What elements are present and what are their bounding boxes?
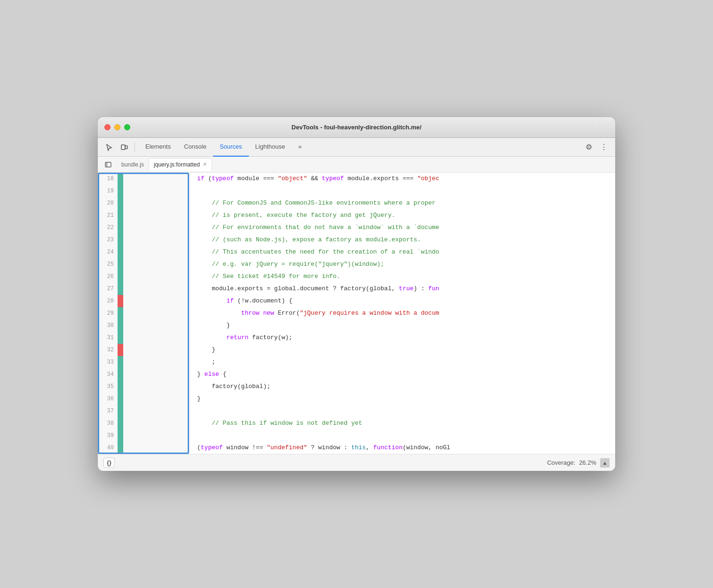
maximize-button[interactable] — [124, 124, 130, 130]
settings-icon[interactable]: ⚙ — [582, 141, 595, 154]
line-row-25: 25 — [98, 258, 189, 270]
coverage-indicator-21 — [118, 209, 123, 222]
coverage-indicator-26 — [118, 270, 123, 283]
code-line-29: throw new Error("jQuery requires a windo… — [190, 307, 615, 319]
coverage-indicator-31 — [118, 332, 123, 344]
code-content[interactable]: if (typeof module === "object" && typeof… — [190, 173, 615, 454]
code-line-21: // is present, execute the factory and g… — [190, 209, 615, 222]
tabs-nav: Elements Console Sources Lighthouse » — [139, 138, 580, 157]
code-line-20: // For CommonJS and CommonJS-like enviro… — [190, 197, 615, 209]
coverage-indicator-24 — [118, 246, 123, 258]
minimize-button[interactable] — [114, 124, 120, 130]
coverage-indicator-27 — [118, 283, 123, 295]
close-tab-icon[interactable]: ✕ — [203, 162, 207, 167]
code-line-34: } else { — [190, 368, 615, 381]
separator-1 — [135, 143, 135, 152]
line-row-20: 20 — [98, 197, 189, 209]
line-row-32: 32 — [98, 344, 189, 356]
code-line-39 — [190, 429, 615, 442]
line-row-33: 33 — [98, 356, 189, 368]
code-line-24: // This accentuates the need for the cre… — [190, 246, 615, 258]
line-row-24: 24 — [98, 246, 189, 258]
traffic-lights — [104, 124, 130, 130]
coverage-indicator-22 — [118, 222, 123, 234]
coverage-indicator-36 — [118, 393, 123, 405]
coverage-indicator-19 — [118, 185, 123, 197]
more-options-icon[interactable]: ⋮ — [597, 141, 610, 154]
line-row-23: 23 — [98, 234, 189, 246]
coverage-indicator-35 — [118, 381, 123, 393]
code-line-35: factory(global); — [190, 381, 615, 393]
coverage-indicator-18 — [118, 173, 123, 185]
svg-rect-2 — [105, 162, 111, 167]
code-line-32: } — [190, 344, 615, 356]
code-line-28: if (!w.document) { — [190, 295, 615, 307]
line-row-30: 30 — [98, 319, 189, 332]
code-line-23: // (such as Node.js), expose a factory a… — [190, 234, 615, 246]
line-row-34: 34 — [98, 368, 189, 381]
coverage-indicator-38 — [118, 417, 123, 429]
code-line-22: // For environments that do not have a `… — [190, 222, 615, 234]
coverage-label: Coverage: — [547, 459, 575, 466]
svg-rect-1 — [125, 146, 127, 149]
tab-console[interactable]: Console — [177, 138, 213, 157]
code-line-36: } — [190, 393, 615, 405]
line-row-36: 36 — [98, 393, 189, 405]
code-line-37 — [190, 405, 615, 417]
line-row-37: 37 — [98, 405, 189, 417]
toolbar-right: ⚙ ⋮ — [582, 141, 610, 154]
code-line-19 — [190, 185, 615, 197]
line-row-22: 22 — [98, 222, 189, 234]
code-area: 18 19 20 21 22 — [98, 173, 615, 454]
line-row-38: 38 — [98, 417, 189, 429]
line-row-28: 28 — [98, 295, 189, 307]
coverage-indicator-23 — [118, 234, 123, 246]
device-mode-icon[interactable] — [118, 141, 131, 154]
code-line-25: // e.g. var jQuery = require("jquery")(w… — [190, 258, 615, 270]
file-tab-bundle[interactable]: bundle.js — [117, 158, 149, 171]
code-line-26: // See ticket #14549 for more info. — [190, 270, 615, 283]
coverage-indicator-37 — [118, 405, 123, 417]
tab-lighthouse[interactable]: Lighthouse — [249, 138, 292, 157]
svg-rect-0 — [121, 145, 125, 150]
line-row-29: 29 — [98, 307, 189, 319]
devtools-toolbar: Elements Console Sources Lighthouse » ⚙ … — [98, 138, 615, 157]
bottom-left: {} — [103, 458, 115, 468]
code-line-33: ; — [190, 356, 615, 368]
line-row-31: 31 — [98, 332, 189, 344]
coverage-indicator-33 — [118, 356, 123, 368]
code-line-31: return factory(w); — [190, 332, 615, 344]
coverage-indicator-40 — [118, 442, 123, 454]
window-title: DevTools - foul-heavenly-direction.glitc… — [292, 124, 421, 131]
code-line-40: (typeof window !== "undefined" ? window … — [190, 442, 615, 454]
coverage-indicator-34 — [118, 368, 123, 381]
coverage-indicator-32 — [118, 344, 123, 356]
tab-more[interactable]: » — [292, 138, 308, 157]
coverage-indicator-28 — [118, 295, 123, 307]
tab-sources[interactable]: Sources — [213, 138, 249, 157]
coverage-indicator-39 — [118, 429, 123, 442]
sidebar-toggle-icon[interactable] — [102, 158, 115, 171]
code-line-38: // Pass this if window is not defined ye… — [190, 417, 615, 429]
code-line-18: if (typeof module === "object" && typeof… — [190, 173, 615, 185]
close-button[interactable] — [104, 124, 111, 130]
coverage-indicator-30 — [118, 319, 123, 332]
line-gutter: 18 19 20 21 22 — [98, 173, 190, 454]
line-row-26: 26 — [98, 270, 189, 283]
coverage-value: 26.2% — [579, 459, 596, 466]
line-row-35: 35 — [98, 381, 189, 393]
title-bar: DevTools - foul-heavenly-direction.glitc… — [98, 117, 615, 138]
code-line-30: } — [190, 319, 615, 332]
bottom-bar: {} Coverage: 26.2% ▲ — [98, 454, 615, 471]
file-tab-jquery[interactable]: jquery.js:formatted ✕ — [149, 158, 212, 171]
pretty-print-button[interactable]: {} — [103, 458, 115, 468]
bottom-right: Coverage: 26.2% ▲ — [547, 458, 610, 468]
coverage-indicator-25 — [118, 258, 123, 270]
scroll-up-icon[interactable]: ▲ — [600, 458, 610, 468]
tab-elements[interactable]: Elements — [139, 138, 177, 157]
inspect-icon[interactable] — [103, 141, 116, 154]
line-row-27: 27 — [98, 283, 189, 295]
line-row-39: 39 — [98, 429, 189, 442]
line-row-40: 40 — [98, 442, 189, 454]
coverage-indicator-20 — [118, 197, 123, 209]
